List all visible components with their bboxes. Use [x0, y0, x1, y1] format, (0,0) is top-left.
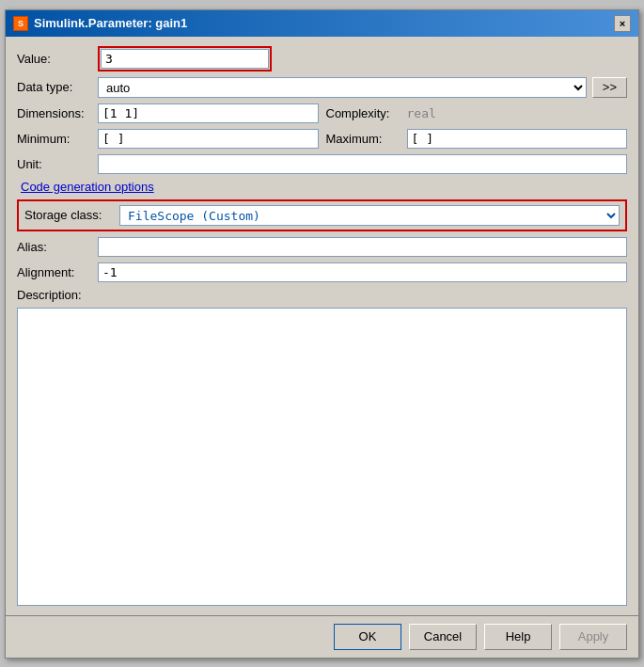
- dialog-content: Value: Data type: auto double single int…: [6, 37, 638, 615]
- simulink-icon: S: [13, 16, 28, 31]
- description-label: Description:: [17, 288, 82, 302]
- alias-row: Alias:: [17, 237, 627, 257]
- alignment-input[interactable]: [98, 262, 627, 282]
- dialog-window: S Simulink.Parameter: gain1 × Value: Dat…: [5, 9, 639, 659]
- minimum-col: Minimum:: [17, 129, 319, 149]
- value-input[interactable]: [101, 49, 269, 69]
- unit-input[interactable]: [98, 154, 627, 174]
- maximum-input[interactable]: [407, 129, 628, 149]
- min-max-row: Minimum: Maximum:: [17, 129, 627, 149]
- complexity-value: real: [407, 106, 436, 120]
- description-textarea[interactable]: [17, 308, 627, 606]
- dimensions-input[interactable]: [98, 103, 319, 123]
- description-section: Description:: [17, 288, 627, 302]
- alias-label: Alias:: [17, 240, 92, 254]
- dialog-title: Simulink.Parameter: gain1: [34, 16, 187, 30]
- ok-button[interactable]: OK: [334, 624, 401, 650]
- complexity-col: Complexity: real: [326, 106, 628, 120]
- help-button[interactable]: Help: [484, 624, 552, 650]
- storage-class-row: Storage class: FileScope (Custom) Auto D…: [17, 199, 627, 231]
- minimum-input[interactable]: [98, 129, 319, 149]
- storage-class-select[interactable]: FileScope (Custom) Auto Default (Custom)…: [119, 205, 620, 226]
- datatype-label: Data type:: [17, 80, 92, 94]
- button-bar: OK Cancel Help Apply: [6, 615, 638, 658]
- maximum-col: Maximum:: [326, 129, 628, 149]
- code-gen-section: Code generation options: [17, 180, 627, 194]
- unit-row: Unit:: [17, 154, 627, 174]
- cancel-button[interactable]: Cancel: [409, 624, 477, 650]
- code-gen-link[interactable]: Code generation options: [17, 180, 154, 194]
- dimensions-label: Dimensions:: [17, 106, 92, 120]
- title-bar-left: S Simulink.Parameter: gain1: [13, 16, 187, 31]
- alignment-row: Alignment:: [17, 262, 627, 282]
- complexity-label: Complexity:: [326, 106, 401, 120]
- datatype-row: Data type: auto double single int8 uint8…: [17, 77, 627, 98]
- value-box: [98, 46, 272, 71]
- close-button[interactable]: ×: [614, 15, 631, 32]
- value-row: Value:: [17, 46, 627, 71]
- dimensions-col: Dimensions:: [17, 103, 319, 123]
- apply-button[interactable]: Apply: [559, 624, 627, 650]
- datatype-arrow-button[interactable]: >>: [592, 77, 627, 98]
- datatype-select[interactable]: auto double single int8 uint8 int16 uint…: [98, 77, 587, 98]
- dimensions-complexity-row: Dimensions: Complexity: real: [17, 103, 627, 123]
- unit-label: Unit:: [17, 157, 92, 171]
- value-label: Value:: [17, 52, 92, 66]
- title-bar: S Simulink.Parameter: gain1 ×: [6, 10, 638, 37]
- alias-input[interactable]: [98, 237, 627, 257]
- maximum-label: Maximum:: [326, 132, 401, 146]
- alignment-label: Alignment:: [17, 265, 92, 279]
- storage-class-label: Storage class:: [24, 208, 114, 222]
- minimum-label: Minimum:: [17, 132, 92, 146]
